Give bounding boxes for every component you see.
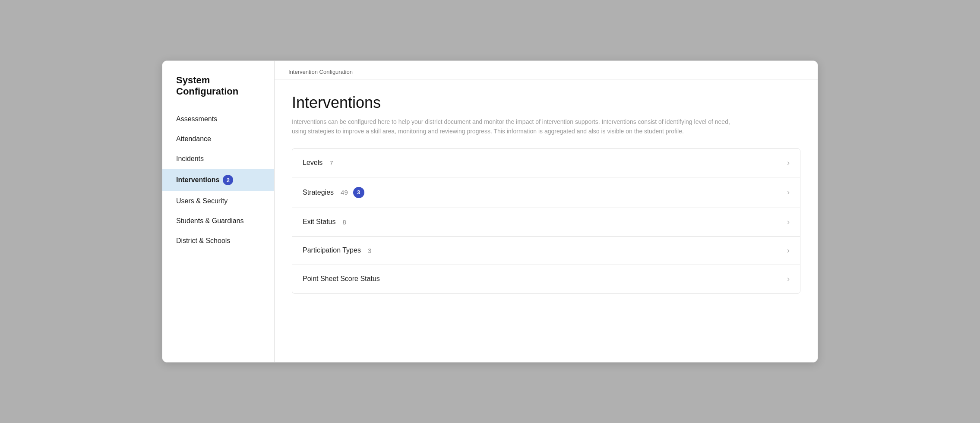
sidebar-item-students-guardians[interactable]: Students & Guardians xyxy=(162,211,274,231)
config-item-strategies-count: 49 xyxy=(341,189,348,196)
page-description: Interventions can be configured here to … xyxy=(292,117,745,136)
chevron-right-icon: › xyxy=(787,275,790,284)
sidebar-item-incidents[interactable]: Incidents xyxy=(162,149,274,169)
sidebar-item-label: Users & Security xyxy=(176,197,228,205)
config-list: Levels 7 › Strategies 49 3 › xyxy=(292,148,800,294)
sidebar: System Configuration Assessments Attenda… xyxy=(162,61,275,362)
config-item-participation-types[interactable]: Participation Types 3 › xyxy=(292,237,800,265)
app-window: System Configuration Assessments Attenda… xyxy=(162,60,818,363)
config-item-levels-label: Levels xyxy=(303,159,322,167)
sidebar-item-label: Incidents xyxy=(176,155,204,163)
config-item-point-sheet-score-status[interactable]: Point Sheet Score Status › xyxy=(292,265,800,293)
config-item-participation-types-label: Participation Types xyxy=(303,246,361,254)
sidebar-item-label: Students & Guardians xyxy=(176,217,244,225)
sidebar-item-assessments[interactable]: Assessments xyxy=(162,109,274,129)
chevron-right-icon: › xyxy=(787,188,790,197)
strategies-badge: 3 xyxy=(353,187,364,198)
config-item-point-sheet-label: Point Sheet Score Status xyxy=(303,275,380,283)
sidebar-item-district-schools[interactable]: District & Schools xyxy=(162,231,274,251)
config-item-levels-left: Levels 7 xyxy=(303,159,333,167)
content-body: Interventions Interventions can be confi… xyxy=(275,80,818,307)
config-item-strategies-label: Strategies xyxy=(303,189,334,196)
chevron-right-icon: › xyxy=(787,218,790,227)
sidebar-item-users-security[interactable]: Users & Security xyxy=(162,191,274,211)
config-item-exit-status-left: Exit Status 8 xyxy=(303,218,346,226)
chevron-right-icon: › xyxy=(787,158,790,167)
breadcrumb: Intervention Configuration xyxy=(275,61,818,80)
config-item-levels-count: 7 xyxy=(329,159,333,167)
sidebar-item-interventions[interactable]: Interventions 2 xyxy=(162,169,274,191)
interventions-badge: 2 xyxy=(223,175,233,185)
page-title: Interventions xyxy=(292,94,800,112)
config-item-exit-status[interactable]: Exit Status 8 › xyxy=(292,208,800,237)
sidebar-title: System Configuration xyxy=(162,75,274,109)
config-item-exit-status-count: 8 xyxy=(342,218,346,226)
sidebar-item-label: Attendance xyxy=(176,135,211,143)
sidebar-item-label: Assessments xyxy=(176,115,217,123)
sidebar-item-label: Interventions xyxy=(176,176,219,184)
config-item-exit-status-label: Exit Status xyxy=(303,218,335,226)
config-item-point-sheet-left: Point Sheet Score Status xyxy=(303,275,380,283)
config-item-participation-types-count: 3 xyxy=(368,247,371,254)
config-item-strategies[interactable]: Strategies 49 3 › xyxy=(292,177,800,208)
chevron-right-icon: › xyxy=(787,246,790,255)
sidebar-item-attendance[interactable]: Attendance xyxy=(162,129,274,149)
config-item-participation-types-left: Participation Types 3 xyxy=(303,246,371,254)
config-item-levels[interactable]: Levels 7 › xyxy=(292,149,800,177)
sidebar-item-label: District & Schools xyxy=(176,237,230,245)
config-item-strategies-left: Strategies 49 3 xyxy=(303,187,364,198)
main-content: Intervention Configuration Interventions… xyxy=(275,61,818,362)
